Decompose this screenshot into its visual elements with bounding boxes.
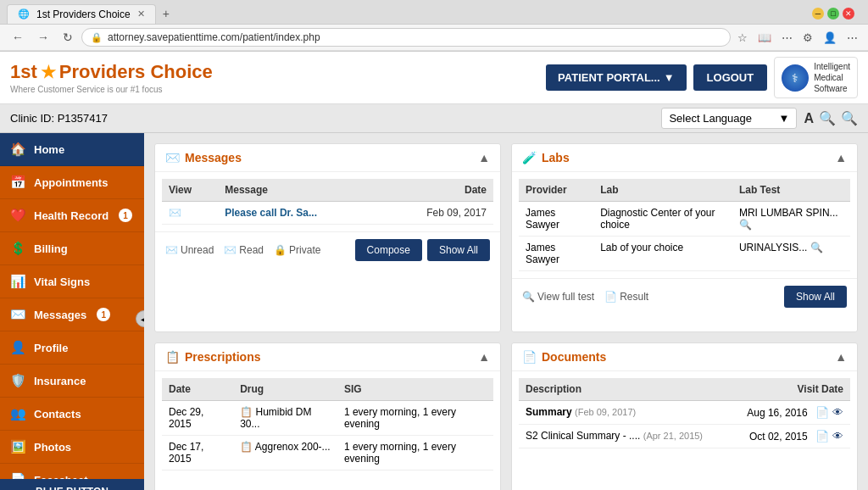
private-filter-link[interactable]: 🔒 Private [274, 244, 320, 256]
insurance-icon: 🛡️ [10, 373, 25, 388]
sidebar-item-profile[interactable]: 👤 Profile [0, 331, 144, 365]
lang-icons: A 🔍 🔍 [804, 110, 858, 126]
security-lock-icon: 🔒 [91, 32, 103, 43]
labs-col-lab: Lab [593, 179, 732, 202]
lab-search-icon-2[interactable]: 🔍 [810, 242, 823, 253]
sidebar-item-insurance[interactable]: 🛡️ Insurance [0, 365, 144, 398]
labs-card-header: 🧪 Labs ▲ [512, 144, 857, 172]
sidebar-item-appointments[interactable]: 📅 Appointments [0, 166, 144, 199]
lang-search-button-1[interactable]: 🔍 [819, 110, 836, 126]
new-tab-button[interactable]: + [156, 3, 176, 24]
sidebar-item-billing[interactable]: 💲 Billing [0, 232, 144, 265]
sidebar-item-photos[interactable]: 🖼️ Photos [0, 431, 144, 464]
documents-card-icon: 📄 [522, 350, 537, 364]
documents-title-text: Documents [542, 350, 606, 364]
main-layout: 🏠 Home 📅 Appointments ❤️ Health Record 1… [0, 133, 868, 490]
table-row: Dec 17, 2015 📋 Aggrenox 200-... 1 every … [162, 435, 493, 470]
sidebar-item-vital-signs[interactable]: 📊 Vital Signs [0, 265, 144, 298]
doc-download-btn-2[interactable]: 📄 [815, 430, 829, 443]
person-icon[interactable]: 👤 [820, 30, 840, 46]
messages-footer-actions: Compose Show All [355, 239, 490, 261]
content-area: ✉️ Messages ▲ View Message Date [144, 133, 868, 490]
patient-portal-button[interactable]: PATIENT PORTAL... ▼ [546, 64, 686, 91]
messages-badge: 1 [97, 308, 110, 321]
sidebar-item-messages[interactable]: ✉️ Messages 1 [0, 298, 144, 331]
messages-collapse-button[interactable]: ▲ [478, 151, 490, 164]
sidebar-item-label-health-record: Health Record [34, 209, 108, 222]
ims-icon: ⚕ [782, 64, 809, 92]
sidebar-item-home[interactable]: 🏠 Home [0, 133, 144, 166]
documents-card: 📄 Documents ▲ Description Visit Date [511, 342, 858, 491]
language-select[interactable]: Select Language ▼ [661, 108, 797, 129]
browser-tab[interactable]: 🌐 1st Providers Choice ✕ [7, 4, 156, 24]
labs-col-labtest: Lab Test [732, 179, 850, 202]
lang-search-button-2[interactable]: 🔍 [841, 110, 858, 126]
labs-show-all-button[interactable]: Show All [784, 286, 847, 308]
clinic-id-label: Clinic ID: [10, 112, 54, 125]
reading-view-btn[interactable]: 📖 [754, 30, 775, 46]
lab-test-2: URINALYSIS... 🔍 [732, 237, 850, 271]
labs-card-icon: 🧪 [522, 151, 537, 164]
doc-col-visit-date: Visit Date [729, 378, 850, 401]
menu-btn[interactable]: ⋯ [778, 30, 796, 46]
doc-view-btn-2[interactable]: 👁 [832, 430, 843, 443]
result-link[interactable]: 📄 Result [604, 291, 648, 303]
sidebar-item-label-contacts: Contacts [34, 408, 81, 420]
appointments-icon: 📅 [10, 175, 25, 190]
refresh-button[interactable]: ↻ [58, 29, 78, 46]
logout-button[interactable]: LOGOUT [693, 64, 768, 91]
rx-col-date: Date [162, 378, 233, 401]
lab-search-icon-1[interactable]: 🔍 [739, 219, 752, 231]
sidebar-item-health-record[interactable]: ❤️ Health Record 1 [0, 199, 144, 232]
prescriptions-table: Date Drug SIG Dec 29, 2015 📋 Humibid DM … [162, 378, 493, 471]
labs-card-body: Provider Lab Lab Test James Sawyer Diagn… [512, 172, 857, 278]
table-row: ✉️ Please call Dr. Sa... Feb 09, 2017 [162, 202, 493, 225]
lang-a-button[interactable]: A [804, 110, 814, 126]
rx-sig-1: 1 every morning, 1 every evening [337, 400, 493, 435]
address-bar[interactable]: 🔒 attorney.savepatienttime.com/patient/i… [81, 28, 731, 47]
health-record-badge: 1 [119, 209, 132, 222]
contacts-icon: 👥 [10, 406, 25, 421]
prescriptions-card-icon: 📋 [165, 350, 180, 364]
table-row: Dec 29, 2015 📋 Humibid DM 30... 1 every … [162, 400, 493, 435]
messages-card-footer: ✉️ Unread ✉️ Read 🔒 Private Compose Show… [155, 231, 500, 268]
prescriptions-collapse-button[interactable]: ▲ [478, 350, 490, 364]
window-close-btn[interactable]: ✕ [843, 8, 854, 19]
doc-description-2: S2 Clinical Summary - .... (Apr 21, 2015… [519, 424, 729, 448]
labs-card-title: 🧪 Labs [522, 151, 570, 164]
sidebar-item-contacts[interactable]: 👥 Contacts [0, 398, 144, 431]
back-button[interactable]: ← [7, 29, 29, 46]
envelope-icon: ✉️ [169, 207, 181, 219]
bookmark-btn[interactable]: ☆ [734, 30, 751, 46]
documents-collapse-button[interactable]: ▲ [835, 350, 847, 364]
labs-collapse-button[interactable]: ▲ [835, 151, 847, 164]
tab-close-btn[interactable]: ✕ [137, 8, 145, 19]
sidebar-item-label-home: Home [34, 143, 64, 156]
read-filter-link[interactable]: ✉️ Read [224, 244, 264, 256]
settings-icon[interactable]: ⚙ [799, 30, 816, 46]
home-icon: 🏠 [10, 142, 25, 157]
clinic-bar-right: Select Language ▼ A 🔍 🔍 [661, 108, 858, 129]
prescriptions-card-body: Date Drug SIG Dec 29, 2015 📋 Humibid DM … [155, 371, 500, 477]
view-full-test-search-icon: 🔍 [522, 291, 535, 303]
rx-date-2: Dec 17, 2015 [162, 435, 233, 470]
msg-subject[interactable]: Please call Dr. Sa... [218, 202, 381, 225]
doc-view-btn-1[interactable]: 👁 [832, 406, 843, 419]
compose-button[interactable]: Compose [355, 239, 422, 261]
doc-download-btn-1[interactable]: 📄 [815, 406, 829, 419]
ims-text: Intelligent Medical Software [814, 61, 850, 94]
extensions-btn[interactable]: ⋯ [843, 30, 861, 46]
labs-card: 🧪 Labs ▲ Provider Lab Lab Test [511, 143, 858, 332]
forward-button[interactable]: → [32, 29, 54, 46]
unread-envelope-icon: ✉️ [165, 244, 178, 256]
table-row: James Sawyer Diagnostic Center of your c… [519, 202, 850, 237]
blue-button-bar[interactable]: BLUE BUTTON [0, 479, 144, 490]
window-minimize-btn[interactable]: ─ [812, 8, 824, 19]
rx-col-drug: Drug [233, 378, 337, 401]
view-full-test-link[interactable]: 🔍 View full test [522, 291, 594, 303]
msg-view-icon: ✉️ [162, 202, 218, 225]
window-maximize-btn[interactable]: □ [827, 8, 839, 19]
labs-card-footer: 🔍 View full test 📄 Result Show All [512, 278, 857, 315]
unread-filter-link[interactable]: ✉️ Unread [165, 244, 214, 256]
messages-show-all-button[interactable]: Show All [427, 239, 490, 261]
